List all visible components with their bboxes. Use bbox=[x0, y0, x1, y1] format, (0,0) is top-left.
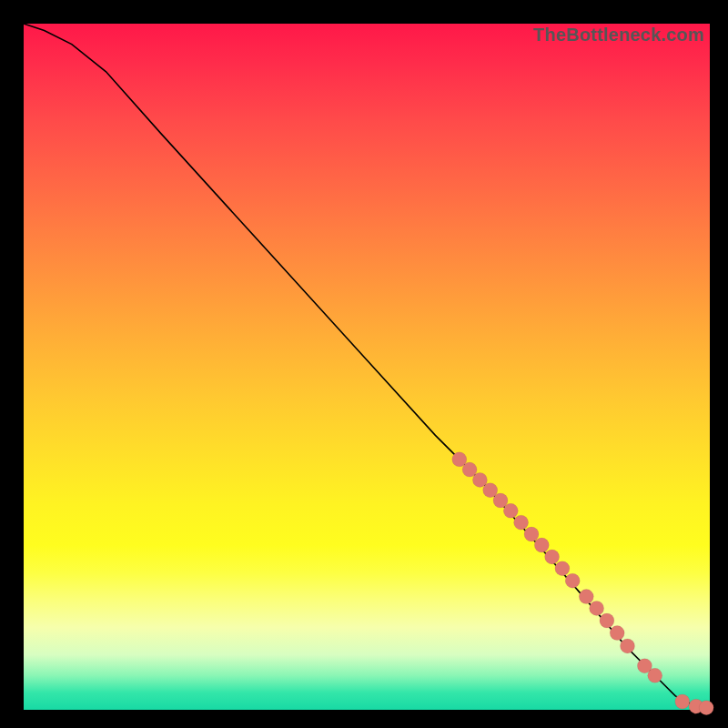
curve-line bbox=[24, 24, 710, 709]
data-point-marker bbox=[621, 639, 635, 653]
data-point-marker bbox=[565, 573, 580, 588]
chart-frame: TheBottleneck.com bbox=[0, 0, 728, 728]
markers-group bbox=[452, 452, 713, 715]
data-point-marker bbox=[534, 538, 549, 552]
data-point-marker bbox=[600, 613, 614, 628]
data-point-marker bbox=[545, 550, 560, 564]
data-point-marker bbox=[675, 694, 690, 709]
data-point-marker bbox=[514, 515, 529, 530]
chart-svg bbox=[24, 24, 710, 710]
data-point-marker bbox=[648, 668, 662, 682]
data-point-marker bbox=[555, 561, 570, 576]
plot-area: TheBottleneck.com bbox=[24, 24, 710, 710]
data-point-marker bbox=[524, 527, 539, 541]
data-point-marker bbox=[590, 601, 604, 615]
data-point-marker bbox=[610, 626, 624, 641]
data-point-marker bbox=[699, 701, 713, 715]
data-point-marker bbox=[503, 503, 518, 518]
data-point-marker bbox=[579, 590, 593, 604]
